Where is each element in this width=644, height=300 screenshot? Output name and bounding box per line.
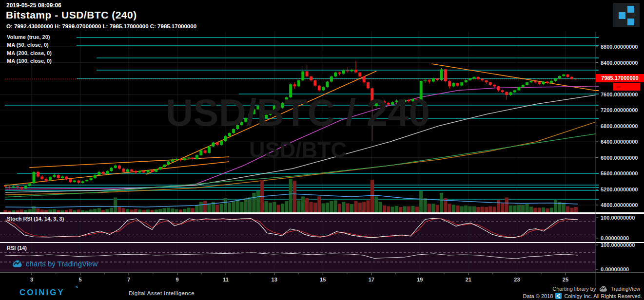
- legend-volume[interactable]: Volume (true, 20): [7, 34, 50, 40]
- svg-text:7: 7: [127, 277, 130, 282]
- svg-text:21: 21: [466, 277, 471, 282]
- legend-ma50[interactable]: MA (50, close, 0): [7, 42, 49, 48]
- logo-square: [627, 6, 634, 13]
- svg-text:25: 25: [563, 277, 568, 282]
- svg-text:8400.00000000: 8400.00000000: [601, 60, 638, 66]
- volume-bars: [3, 179, 578, 213]
- ohlc-values: O: 7992.43000000 H: 7999.07000000 L: 798…: [6, 23, 196, 29]
- timestamp: 2019-05-25 08:09:06: [6, 2, 61, 9]
- coinigy-mini-icon: [555, 293, 562, 299]
- footer-tagline: Digital Asset Intelligence: [129, 290, 195, 296]
- stoch-rsi-label[interactable]: Stoch RSI (14, 14, 3, 3): [7, 216, 64, 222]
- copyright-left: Data © 2018: [523, 293, 553, 299]
- svg-text:8800.00000000: 8800.00000000: [601, 44, 638, 50]
- svg-text:23: 23: [514, 277, 520, 282]
- tradingview-watermark-link[interactable]: charts by TradingView: [12, 260, 98, 268]
- svg-text:3: 3: [30, 277, 33, 282]
- svg-text:13: 13: [272, 277, 277, 282]
- coinigy-logo-icon[interactable]: [613, 3, 640, 27]
- svg-text:100.00000000: 100.00000000: [601, 242, 635, 248]
- coinigy-chart-app: 357911131517192123258800.000000008400.00…: [0, 0, 644, 300]
- legend-ma200[interactable]: MA (200, close, 0): [7, 50, 52, 56]
- svg-text:17: 17: [369, 277, 374, 282]
- candle-countdown-tag: [613, 83, 640, 91]
- rsi-label[interactable]: RSI (14): [7, 245, 27, 251]
- svg-text:4800.00000000: 4800.00000000: [601, 202, 638, 208]
- tradingview-cloud-icon: [12, 260, 22, 268]
- svg-text:0.00000000: 0.00000000: [601, 235, 629, 241]
- svg-text:7600.00000000: 7600.00000000: [601, 92, 638, 97]
- symbol-watermark: USD/BTC / 240: [0, 91, 596, 135]
- countdown-dash: [617, 86, 621, 88]
- oscillator-axis-labels: 100.000000000.00000000100.000000000.0000…: [596, 215, 635, 272]
- svg-text:11: 11: [223, 277, 229, 282]
- svg-text:6400.00000000: 6400.00000000: [601, 139, 638, 145]
- price-axis-labels: 8800.000000008400.000000007600.000000007…: [596, 38, 638, 208]
- page-title: Bitstamp - USD/BTC (240): [6, 9, 137, 21]
- copyright-right: Coinigy Inc. All Rights Reserved.: [564, 293, 642, 299]
- svg-text:9: 9: [176, 277, 179, 282]
- svg-text:6000.00000000: 6000.00000000: [601, 155, 638, 161]
- coinigy-caret-icon: <: [76, 284, 78, 289]
- svg-text:19: 19: [417, 277, 423, 282]
- svg-text:7200.00000000: 7200.00000000: [601, 107, 638, 113]
- svg-text:5200.00000000: 5200.00000000: [601, 187, 638, 192]
- charting-library-text: Charting library by: [552, 286, 596, 292]
- last-price-tag: 7985.17000000: [596, 74, 644, 82]
- symbol-watermark-2: USD/BTC: [0, 137, 596, 163]
- legend-ma100[interactable]: MA (100, close, 0): [7, 58, 52, 64]
- svg-text:5: 5: [78, 277, 81, 282]
- tradingview-cloud-icon: [599, 285, 607, 292]
- svg-text:100.00000000: 100.00000000: [601, 215, 635, 221]
- svg-text:5600.00000000: 5600.00000000: [601, 170, 638, 176]
- charting-library-attribution[interactable]: Charting library by TradingView: [552, 285, 640, 292]
- logo-square: [619, 12, 625, 19]
- svg-text:0.00000000: 0.00000000: [601, 266, 629, 272]
- copyright-row: Data © 2018 Coinigy Inc. All Rights Rese…: [523, 293, 642, 299]
- svg-text:15: 15: [320, 277, 326, 282]
- coinigy-wordmark[interactable]: COINIGY: [20, 288, 65, 298]
- logo-square: [627, 19, 634, 25]
- tradingview-link[interactable]: TradingView: [610, 286, 640, 292]
- tradingview-watermark-text: charts by TradingView: [26, 260, 98, 268]
- svg-text:6800.00000000: 6800.00000000: [601, 123, 638, 129]
